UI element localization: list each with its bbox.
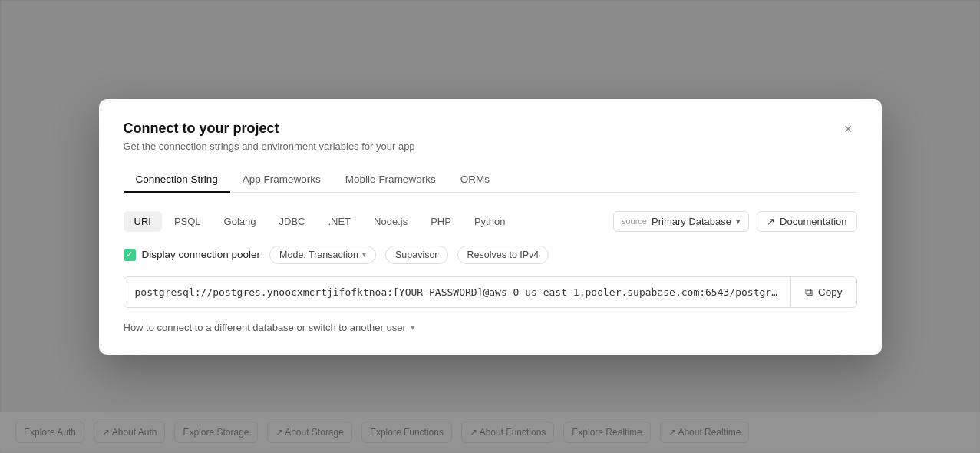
modal-header: Connect to your project Get the connecti… bbox=[124, 121, 857, 152]
resolves-label: Resolves to IPv4 bbox=[467, 250, 539, 260]
tab-psql[interactable]: PSQL bbox=[163, 211, 212, 232]
help-row[interactable]: How to connect to a different database o… bbox=[124, 322, 857, 333]
tab-python[interactable]: Python bbox=[464, 211, 516, 232]
copy-icon: ⧉ bbox=[805, 286, 813, 299]
display-pooler-checkbox[interactable]: ✓ Display connection pooler bbox=[124, 249, 261, 261]
chevron-down-icon: ▾ bbox=[736, 217, 741, 226]
tab-uri[interactable]: URI bbox=[124, 211, 162, 232]
external-link-icon: ↗ bbox=[767, 216, 775, 227]
modal-close-button[interactable]: × bbox=[840, 121, 857, 137]
right-controls: source Primary Database ▾ ↗ Documentatio… bbox=[613, 211, 857, 232]
primary-tabs: Connection String App Frameworks Mobile … bbox=[124, 167, 857, 193]
documentation-button[interactable]: ↗ Documentation bbox=[757, 211, 856, 232]
inner-row: URI PSQL Golang JDBC .NET Node.js PHP Py… bbox=[124, 211, 857, 232]
tab-orms[interactable]: ORMs bbox=[448, 167, 502, 193]
modal-header-text: Connect to your project Get the connecti… bbox=[124, 121, 415, 152]
pooler-row: ✓ Display connection pooler Mode: Transa… bbox=[124, 246, 857, 264]
mode-label: Mode: Transaction bbox=[279, 250, 358, 260]
supavisor-badge[interactable]: Supavisor bbox=[385, 246, 448, 264]
tab-app-frameworks[interactable]: App Frameworks bbox=[230, 167, 333, 193]
tab-nodejs[interactable]: Node.js bbox=[363, 211, 418, 232]
mode-badge[interactable]: Mode: Transaction ▾ bbox=[269, 246, 376, 264]
supavisor-label: Supavisor bbox=[395, 250, 438, 260]
mode-chevron-icon: ▾ bbox=[362, 250, 366, 259]
resolves-badge[interactable]: Resolves to IPv4 bbox=[457, 246, 549, 264]
secondary-tabs: URI PSQL Golang JDBC .NET Node.js PHP Py… bbox=[124, 211, 516, 232]
modal-subtitle: Get the connection strings and environme… bbox=[124, 141, 415, 152]
source-label: source bbox=[622, 217, 647, 226]
tab-dotnet[interactable]: .NET bbox=[317, 211, 361, 232]
source-dropdown[interactable]: source Primary Database ▾ bbox=[613, 211, 749, 232]
checkbox-label: Display connection pooler bbox=[142, 249, 261, 260]
tab-connection-string[interactable]: Connection String bbox=[124, 167, 230, 193]
connection-string-input[interactable] bbox=[124, 277, 790, 307]
copy-button[interactable]: ⧉ Copy bbox=[790, 278, 856, 306]
modal: Connect to your project Get the connecti… bbox=[99, 99, 882, 355]
source-value: Primary Database bbox=[652, 216, 731, 227]
tab-php[interactable]: PHP bbox=[420, 211, 462, 232]
tab-jdbc[interactable]: JDBC bbox=[269, 211, 316, 232]
connection-string-row: ⧉ Copy bbox=[124, 276, 857, 308]
checkmark-icon: ✓ bbox=[126, 250, 133, 259]
tab-mobile-frameworks[interactable]: Mobile Frameworks bbox=[333, 167, 448, 193]
modal-overlay: Connect to your project Get the connecti… bbox=[0, 0, 980, 453]
modal-title: Connect to your project bbox=[124, 121, 415, 137]
help-chevron-icon: ▾ bbox=[411, 322, 415, 332]
help-text: How to connect to a different database o… bbox=[124, 322, 406, 333]
tab-golang[interactable]: Golang bbox=[213, 211, 267, 232]
documentation-label: Documentation bbox=[780, 216, 846, 227]
copy-label: Copy bbox=[818, 286, 843, 298]
checkbox-icon: ✓ bbox=[124, 249, 136, 261]
